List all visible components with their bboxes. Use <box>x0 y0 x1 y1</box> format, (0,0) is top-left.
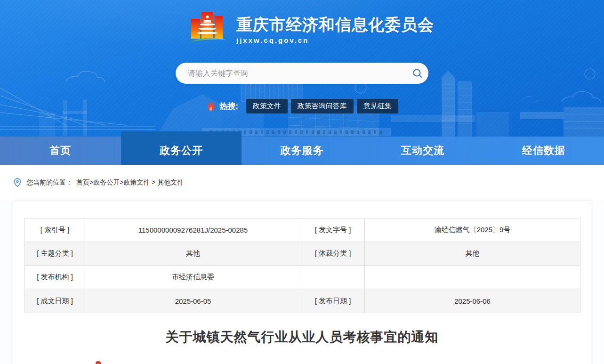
site-header: 重庆市经济和信息化委员会 jjxxw.cq.gov.cn 热搜: 政策文件 政策… <box>0 0 604 137</box>
nav-item-label: 政务服务 <box>280 144 323 158</box>
flame-icon <box>206 100 216 113</box>
breadcrumb: 您当前的位置： 首页>政务公开>政策文件 > 其他文件 <box>0 165 604 200</box>
meta-value-genre-category: 其他 <box>365 242 580 265</box>
logo-emblem-icon <box>187 8 227 44</box>
breadcrumb-home[interactable]: 首页 <box>76 178 89 186</box>
hot-search-row: 热搜: 政策文件 政策咨询问答库 意见征集 <box>0 99 604 113</box>
nav-item-gov-disclosure[interactable]: 政务公开 <box>121 137 242 165</box>
nav-item-gov-services[interactable]: 政务服务 <box>242 137 362 165</box>
meta-value-issuing-agency: 市经济信息委 <box>85 266 301 289</box>
site-title: 重庆市经济和信息化委员会 <box>236 15 434 34</box>
nav-item-label: 互动交流 <box>401 144 444 158</box>
meta-label-topic-category: [ 主题分类 ] <box>25 242 85 265</box>
document-card: [ 索引号 ] 11500000009276281J/2025-00285 [ … <box>13 200 591 364</box>
breadcrumb-separator: > <box>89 178 93 186</box>
site-url: jjxxw.cq.gov.cn <box>236 36 434 44</box>
breadcrumb-trail: 首页>政务公开>政策文件 > 其他文件 <box>76 178 184 187</box>
main-nav: 首页 政务公开 政务服务 互动交流 经信数据 <box>0 137 604 165</box>
hot-item-policy-files[interactable]: 政策文件 <box>246 99 288 113</box>
nav-item-interaction[interactable]: 互动交流 <box>362 137 483 165</box>
meta-value-written-date: 2025-06-05 <box>85 289 301 313</box>
meta-label-publish-date: [ 发布日期 ] <box>301 289 365 313</box>
search-icon <box>412 68 423 79</box>
meta-value-index-number: 11500000009276281J/2025-00285 <box>85 218 301 242</box>
search-button[interactable] <box>407 63 428 84</box>
document-title: 关于城镇天然气行业从业人员考核事宜的通知 <box>24 328 580 346</box>
search-box <box>176 63 428 84</box>
breadcrumb-other-files[interactable]: 其他文件 <box>157 178 184 186</box>
search-input[interactable] <box>176 69 407 78</box>
table-row: [ 索引号 ] 11500000009276281J/2025-00285 [ … <box>25 218 580 242</box>
meta-label-empty <box>301 266 365 289</box>
table-row: [ 主题分类 ] 其他 [ 体裁分类 ] 其他 <box>25 242 580 266</box>
breadcrumb-separator: > <box>150 178 157 186</box>
hot-search-label: 热搜: <box>219 101 238 112</box>
breadcrumb-label: 您当前的位置： <box>26 178 72 187</box>
table-row: [ 发布机构 ] 市经济信息委 <box>25 266 580 289</box>
meta-label-genre-category: [ 体裁分类 ] <box>301 242 365 265</box>
meta-value-publish-date: 2025-06-06 <box>365 289 580 313</box>
breadcrumb-gov-disclosure[interactable]: 政务公开 <box>93 178 120 186</box>
nav-item-label: 政务公开 <box>160 144 203 158</box>
meta-value-doc-number: 渝经信燃气〔2025〕9号 <box>365 218 580 242</box>
hot-item-opinion-collect[interactable]: 意见征集 <box>357 99 398 113</box>
meta-label-written-date: [ 成文日期 ] <box>25 289 85 313</box>
meta-value-empty <box>365 266 580 289</box>
meta-label-doc-number: [ 发文字号 ] <box>301 218 365 242</box>
red-icon-peek <box>96 361 101 364</box>
document-meta-table: [ 索引号 ] 11500000009276281J/2025-00285 [ … <box>24 218 580 313</box>
meta-value-topic-category: 其他 <box>85 242 301 265</box>
hot-item-policy-qa[interactable]: 政策咨询问答库 <box>291 99 354 113</box>
nav-item-label: 首页 <box>49 144 71 158</box>
location-pin-icon <box>13 178 22 188</box>
table-row: [ 成文日期 ] 2025-06-05 [ 发布日期 ] 2025-06-06 <box>25 289 580 313</box>
meta-label-issuing-agency: [ 发布机构 ] <box>25 266 85 289</box>
meta-label-index-number: [ 索引号 ] <box>25 218 85 242</box>
nav-item-home[interactable]: 首页 <box>0 137 121 165</box>
nav-item-economic-data[interactable]: 经信数据 <box>483 137 604 165</box>
site-logo[interactable]: 重庆市经济和信息化委员会 jjxxw.cq.gov.cn <box>187 8 434 44</box>
nav-item-label: 经信数据 <box>522 144 565 158</box>
breadcrumb-policy-files[interactable]: 政策文件 <box>123 178 150 186</box>
